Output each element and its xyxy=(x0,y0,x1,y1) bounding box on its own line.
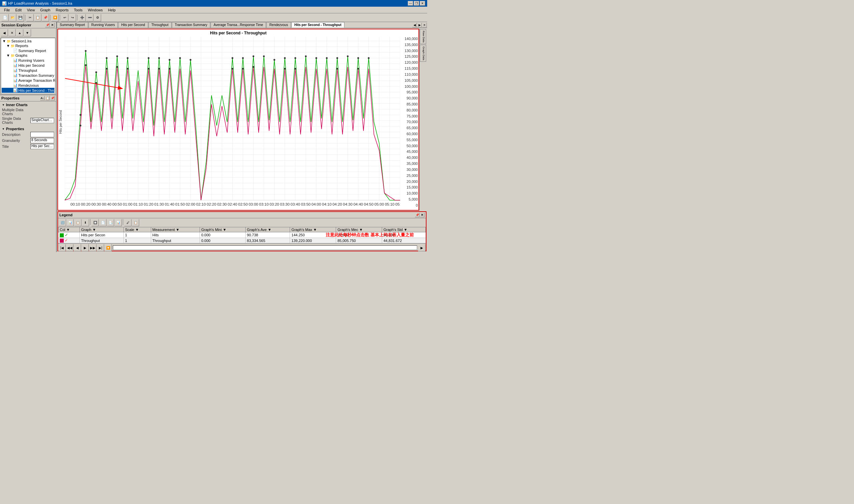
scroll-right[interactable]: ▶ xyxy=(418,244,425,251)
legend-pin[interactable]: 📌 xyxy=(415,213,419,217)
prop-sort-cat[interactable]: 📋 xyxy=(45,96,50,101)
menu-file[interactable]: File xyxy=(1,7,13,13)
chart-title: Hits per Second - Throughput xyxy=(58,29,418,37)
col-header-max[interactable]: Graph's Max ▼ xyxy=(290,227,336,232)
legend-row2-scale: 1 xyxy=(124,238,151,243)
toolbar-new[interactable]: 📄 xyxy=(1,14,9,21)
col-header-std[interactable]: Graph's Std ▼ xyxy=(382,227,426,232)
prop-single-data-charts[interactable]: Single Data Charts SingleChartDataProper… xyxy=(1,116,55,125)
scroll-end[interactable]: ▶| xyxy=(97,244,104,251)
col-header-measurement[interactable]: Measurement ▼ xyxy=(151,227,200,232)
col-header-mini[interactable]: Graph's Mini ▼ xyxy=(200,227,245,232)
tab-next[interactable]: ▶ xyxy=(417,23,422,28)
app-icon: 📊 xyxy=(2,1,7,6)
svg-text:01:20: 01:20 xyxy=(144,202,153,206)
toolbar-undo[interactable]: ↩ xyxy=(61,14,68,21)
legend-close[interactable]: ✕ xyxy=(420,213,424,217)
chart-inner[interactable]: 0 5 10 15 20 25 30 35 40 45 50 55 xyxy=(65,37,400,207)
tree-back[interactable]: ◀ xyxy=(1,29,8,36)
side-tab-raw-data[interactable]: Raw Data xyxy=(420,29,426,44)
tree-reports[interactable]: ▼ 📁 Reports xyxy=(2,43,54,48)
tree-graphs[interactable]: ▼ 📁 Graphs xyxy=(2,53,54,58)
tree-session[interactable]: ▼ 📁 Session1.lra xyxy=(2,39,54,43)
tab-transaction-summary[interactable]: Transaction Summary xyxy=(172,22,210,28)
scroll-next[interactable]: ▶▶ xyxy=(89,244,96,251)
legend-tb10[interactable]: 📋 xyxy=(132,219,139,226)
tree-running-vusers[interactable]: 📊 Running Vusers xyxy=(2,58,54,63)
col-header-col[interactable]: Col ▼ xyxy=(58,227,80,232)
tree-transaction-summary[interactable]: 📊 Transaction Summary xyxy=(2,73,54,78)
toolbar-paste[interactable]: 📌 xyxy=(42,14,49,21)
legend-tb3[interactable]: 📋 xyxy=(74,219,81,226)
tree-rendezvous[interactable]: 📊 Rendezvous xyxy=(2,83,54,88)
svg-text:04:50: 04:50 xyxy=(364,202,374,206)
toolbar-add[interactable]: ➕ xyxy=(78,14,86,21)
menu-help[interactable]: Help xyxy=(106,7,119,13)
app-title: 📊 HP LoadRunner Analysis - Session1.lra xyxy=(2,1,72,6)
toolbar-open[interactable]: 📂 xyxy=(9,14,16,21)
menu-edit[interactable]: Edit xyxy=(13,7,24,13)
se-pin-btn[interactable]: 📌 xyxy=(45,23,50,28)
legend-tb5[interactable]: 🔲 xyxy=(91,219,99,226)
inner-charts-header[interactable]: Inner Charts xyxy=(1,102,55,107)
tree-avg-trans[interactable]: 📊 Average Transaction Response Time xyxy=(2,78,54,83)
scroll-back[interactable]: ◀ xyxy=(74,244,81,251)
tab-prev[interactable]: ◀ xyxy=(412,23,417,28)
restore-btn[interactable]: ❐ xyxy=(414,1,419,6)
tree-summary-report[interactable]: 📄 Summary Report xyxy=(2,48,54,53)
svg-point-136 xyxy=(242,57,243,59)
toolbar-cut[interactable]: ✂ xyxy=(26,14,34,21)
tab-avg-response-time[interactable]: Average Transa...Response Time xyxy=(211,22,266,28)
legend-tb1[interactable]: 🔢 xyxy=(59,219,66,226)
toolbar-remove[interactable]: ➖ xyxy=(86,14,93,21)
menu-reports[interactable]: Reports xyxy=(53,7,71,13)
toolbar-redo[interactable]: ↪ xyxy=(69,14,76,21)
toolbar-filter[interactable]: 🔽 xyxy=(51,14,59,21)
legend-tb2[interactable]: 📊 xyxy=(67,219,74,226)
tab-summary-report[interactable]: Summary Report xyxy=(57,22,88,28)
graph-icon6: 📊 xyxy=(13,83,18,87)
toolbar-settings[interactable]: ⚙ xyxy=(94,14,101,21)
tree-forward[interactable]: ✕ xyxy=(8,29,16,36)
scroll-filter[interactable]: 🔽 xyxy=(105,244,112,251)
prop-sort-alpha[interactable]: A↓ xyxy=(40,96,45,101)
menu-tools[interactable]: Tools xyxy=(71,7,85,13)
tree-up[interactable]: ▲ xyxy=(16,29,23,36)
properties-section-header[interactable]: Properties xyxy=(1,126,55,131)
col-header-mec[interactable]: Graph's Mec ▼ xyxy=(336,227,382,232)
col-header-ave[interactable]: Graph's Ave ▼ xyxy=(245,227,290,232)
legend-tb7[interactable]: 📑 xyxy=(107,219,114,226)
tab-close[interactable]: ✕ xyxy=(422,23,427,28)
menu-view[interactable]: View xyxy=(24,7,38,13)
tab-throughput[interactable]: Throughput xyxy=(148,22,171,28)
col-header-graph[interactable]: Graph ▼ xyxy=(80,227,124,232)
tree-hits-throughput[interactable]: 📊 Hits per Second - Throughput xyxy=(2,88,54,93)
menu-graph[interactable]: Graph xyxy=(37,7,53,13)
close-btn[interactable]: ✕ xyxy=(420,1,425,6)
se-close-btn[interactable]: ✕ xyxy=(50,23,55,28)
tab-hits-throughput[interactable]: Hits per Second - Throughput xyxy=(291,22,344,28)
prop-pin[interactable]: 📌 xyxy=(50,96,55,101)
tree-throughput[interactable]: 📊 Throughput xyxy=(2,68,54,73)
legend-tb8[interactable]: 📊 xyxy=(114,219,122,226)
toolbar-save[interactable]: 💾 xyxy=(17,14,24,21)
svg-text:03:00: 03:00 xyxy=(249,202,258,206)
toolbar-copy[interactable]: 📋 xyxy=(34,14,41,21)
scroll-start[interactable]: |◀ xyxy=(58,244,66,251)
side-tab-graph-data[interactable]: Graph Data xyxy=(420,45,426,62)
scrollbar[interactable] xyxy=(113,245,417,250)
menu-windows[interactable]: Windows xyxy=(85,7,106,13)
tree-down[interactable]: ▼ xyxy=(24,29,31,36)
scroll-play[interactable]: ▶ xyxy=(81,244,89,251)
scroll-prev[interactable]: ◀◀ xyxy=(66,244,73,251)
tab-rendezvous[interactable]: Rendezvous xyxy=(266,22,291,28)
tree-hits-per-second[interactable]: 📊 Hits per Second xyxy=(2,63,54,68)
inner-charts-label: Inner Charts xyxy=(6,103,28,107)
minimize-btn[interactable]: — xyxy=(408,1,413,6)
legend-tb4[interactable]: ⬇ xyxy=(82,219,89,226)
tab-hits-per-second[interactable]: Hits per Second xyxy=(118,22,148,28)
col-header-scale[interactable]: Scale ▼ xyxy=(124,227,151,232)
legend-tb9[interactable]: 🖊 xyxy=(124,219,131,226)
legend-tb6[interactable]: 📄 xyxy=(99,219,107,226)
tab-running-vusers[interactable]: Running Vusers xyxy=(88,22,118,28)
